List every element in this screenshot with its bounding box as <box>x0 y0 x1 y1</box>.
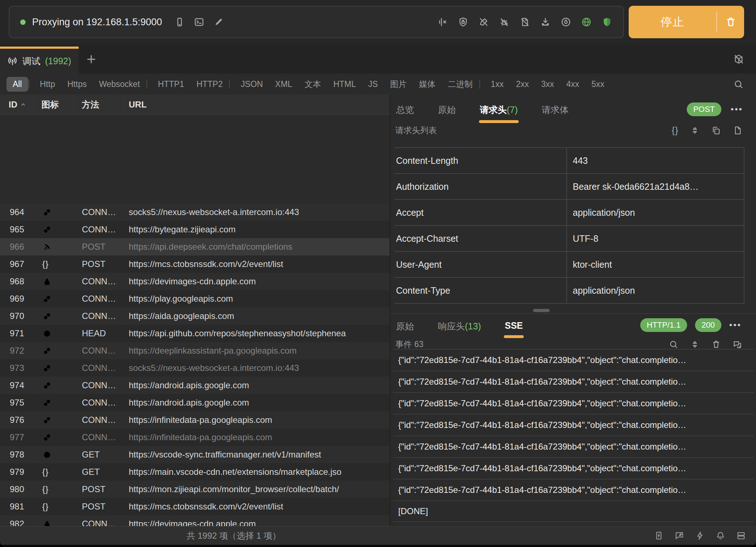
sse-event-row[interactable]: {"id":"72ed815e-7cd7-44b1-81a4-cf16a7239… <box>393 436 754 457</box>
sse-event-text: [DONE] <box>398 506 428 516</box>
edit-pencil-icon[interactable] <box>213 17 224 27</box>
mirror-x-icon[interactable] <box>437 17 448 27</box>
proxy-globe-icon[interactable] <box>581 17 592 27</box>
filter-item[interactable]: 3xx <box>535 77 560 92</box>
stop-button[interactable]: 停止 <box>629 6 744 38</box>
feedback-message-icon[interactable] <box>674 531 684 541</box>
filter-item[interactable]: 二进制 <box>442 76 479 92</box>
search-icon[interactable] <box>733 79 744 89</box>
signal-off-icon[interactable] <box>478 17 489 27</box>
header-row[interactable]: User-Agent ktor-client <box>395 252 744 278</box>
sse-event-row[interactable]: {"id":"72ed815e-7cd7-44b1-81a4-cf16a7239… <box>393 392 754 414</box>
column-header-method[interactable]: 方法 <box>74 95 124 114</box>
layout-rows-icon[interactable] <box>736 531 746 541</box>
filter-item[interactable]: JS <box>362 77 384 92</box>
table-row[interactable]: 968 {} CONN… https://devimages-cdn.apple… <box>0 273 390 290</box>
filter-item[interactable]: 1xx <box>485 77 510 92</box>
sse-event-row[interactable]: [DONE] <box>393 500 754 522</box>
table-row[interactable]: 972 {} CONN… https://deeplinkassistant-p… <box>0 342 390 359</box>
table-row[interactable]: 978 {} GET https://vscode-sync.trafficma… <box>0 446 390 463</box>
sse-event-row[interactable]: {"id":"72ed815e-7cd7-44b1-81a4-cf16a7239… <box>393 457 754 479</box>
add-tab-button[interactable]: + <box>87 45 96 74</box>
filter-item[interactable]: Http <box>34 77 61 92</box>
request-tab[interactable]: 原始 <box>437 99 457 123</box>
filter-item[interactable]: HTML <box>327 77 362 92</box>
chat-bubbles-icon[interactable] <box>733 340 742 349</box>
drop-circle-icon[interactable] <box>561 17 571 27</box>
hide-capture-box-icon[interactable] <box>733 53 744 65</box>
view-as-json-icon[interactable]: {} <box>672 125 678 136</box>
table-row[interactable]: 981 {} POST https://mcs.ctobsnssdk.com/v… <box>0 498 390 515</box>
row-url: https://vscode-sync.trafficmanager.net/v… <box>124 450 390 460</box>
sse-event-row[interactable]: {"id":"72ed815e-7cd7-44b1-81a4-cf16a7239… <box>393 371 754 392</box>
performance-bolt-icon[interactable] <box>695 531 705 541</box>
scroll-sort-icon[interactable] <box>690 340 700 349</box>
sse-event-text: {"id":"72ed815e-7cd7-44b1-81a4-cf16a7239… <box>398 398 686 408</box>
filter-item[interactable]: XML <box>269 77 298 92</box>
notifications-bell-icon[interactable] <box>716 531 725 541</box>
table-row[interactable]: 977 {} CONN… https://infinitedata-pa.goo… <box>0 429 390 446</box>
request-tab[interactable]: 请求体 <box>541 99 570 123</box>
phone-icon[interactable] <box>174 17 185 27</box>
column-header-icon[interactable]: 图标 <box>34 95 74 114</box>
export-file-icon[interactable] <box>733 126 742 135</box>
filter-item[interactable]: 4xx <box>560 77 585 92</box>
filter-item[interactable]: JSON <box>234 77 269 92</box>
table-row[interactable]: 969 {} CONN… https://play.googleapis.com <box>0 290 390 307</box>
script-file-off-icon[interactable] <box>519 17 530 27</box>
sse-event-row[interactable]: {"id":"72ed815e-7cd7-44b1-81a4-cf16a7239… <box>393 349 754 371</box>
table-row[interactable]: 964 {} CONN… socks5://nexus-websocket-a.… <box>0 204 390 221</box>
table-row[interactable]: 980 {} POST https://mon.zijieapi.com/mon… <box>0 481 390 498</box>
filter-item[interactable]: 图片 <box>384 76 413 92</box>
header-row[interactable]: Content-Length 443 <box>395 148 744 174</box>
breakpoint-bug-off-icon[interactable] <box>499 17 510 27</box>
column-header-id[interactable]: ID <box>0 95 34 114</box>
trust-shield-icon[interactable] <box>602 17 612 27</box>
copy-icon[interactable] <box>711 126 721 135</box>
filter-item[interactable]: 文本 <box>298 76 327 92</box>
table-row[interactable]: 966 {} POST https://api.deepseek.com/cha… <box>0 238 390 255</box>
table-row[interactable]: 979 {} GET https://main.vscode-cdn.net/e… <box>0 463 390 481</box>
column-header-url[interactable]: URL <box>124 95 390 114</box>
terminal-icon[interactable] <box>194 17 205 27</box>
clear-trash-icon[interactable] <box>717 16 744 28</box>
filter-item[interactable]: All <box>6 77 28 92</box>
header-row[interactable]: Authorization Bearer sk-0eda6621a21d4a8… <box>395 174 744 200</box>
table-row[interactable]: 973 {} CONN… socks5://nexus-websocket-a.… <box>0 359 390 377</box>
clear-events-trash-icon[interactable] <box>711 340 721 349</box>
sse-event-row[interactable]: {"id":"72ed815e-7cd7-44b1-81a4-cf16a7239… <box>393 414 754 436</box>
search-icon[interactable] <box>669 340 678 349</box>
header-row[interactable]: Accept application/json <box>395 200 744 226</box>
table-row[interactable]: 965 {} CONN… https://bytegate.zijieapi.c… <box>0 221 390 238</box>
filter-item[interactable]: Websocket <box>93 77 146 92</box>
expand-collapse-icon[interactable] <box>690 126 700 135</box>
device-boost-icon[interactable] <box>654 531 664 541</box>
header-row[interactable]: Content-Type application/json <box>395 278 744 304</box>
more-options-icon[interactable]: ••• <box>729 320 742 330</box>
splitter-handle[interactable] <box>533 309 550 312</box>
tab-debug-session[interactable]: 调试 (1992) <box>0 47 79 74</box>
filter-item[interactable]: HTTP2 <box>190 77 229 92</box>
filter-item[interactable]: 5xx <box>585 77 611 92</box>
table-row[interactable]: 970 {} CONN… https://aida.googleapis.com <box>0 307 390 325</box>
header-row[interactable]: Accept-Charset UTF-8 <box>395 226 744 252</box>
response-tab[interactable]: SSE <box>504 315 523 338</box>
table-row[interactable]: 982 {} CONN… https://devimages-cdn.apple… <box>0 515 390 526</box>
table-row[interactable]: 971 {} HEAD https://api.github.com/repos… <box>0 325 390 342</box>
request-tab[interactable]: 请求头(7) <box>479 99 519 123</box>
ssl-shield-lock-icon[interactable] <box>458 17 469 27</box>
filter-item-label: Websocket <box>99 79 140 89</box>
row-method: CONN… <box>74 311 124 321</box>
sse-event-row[interactable]: {"id":"72ed815e-7cd7-44b1-81a4-cf16a7239… <box>393 479 754 500</box>
filter-item[interactable]: 2xx <box>510 77 535 92</box>
more-options-icon[interactable]: ••• <box>731 104 743 114</box>
table-row[interactable]: 976 {} CONN… https://infinitedata-pa.goo… <box>0 411 390 429</box>
filter-item[interactable]: 媒体 <box>413 76 442 92</box>
table-row[interactable]: 967 {} POST https://mcs.ctobsnssdk.com/v… <box>0 255 390 273</box>
request-tab[interactable]: 总览 <box>395 99 415 123</box>
table-row[interactable]: 975 {} CONN… https://android.apis.google… <box>0 394 390 411</box>
download-icon[interactable] <box>540 17 551 27</box>
filter-item[interactable]: Https <box>61 77 93 92</box>
table-row[interactable]: 974 {} CONN… https://android.apis.google… <box>0 377 390 394</box>
filter-item[interactable]: HTTP1 <box>152 77 190 92</box>
